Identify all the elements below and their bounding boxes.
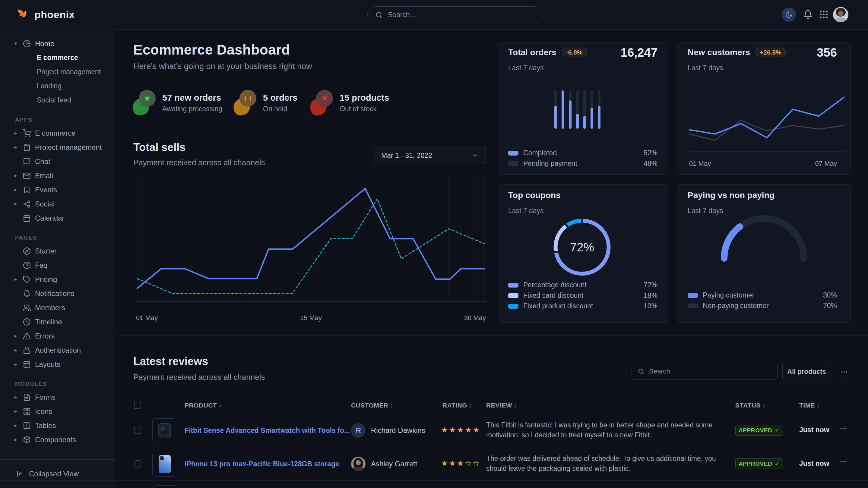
sidebar-item-project-management[interactable]: Project management (0, 65, 115, 79)
column-header-product[interactable]: PRODUCT▴▾ (185, 397, 221, 414)
axis-label: 15 May (299, 314, 323, 322)
total-sells-subtitle: Payment received across all channels (133, 158, 265, 167)
sidebar-item-home[interactable]: ▾Home (0, 36, 115, 51)
logo-text: phoenix (34, 9, 75, 21)
top-coupons-period: Last 7 days (508, 207, 544, 215)
sidebar-item-label: Social (35, 200, 55, 208)
table-row[interactable] (0, 481, 868, 488)
clipboard-icon (23, 143, 31, 151)
sidebar-item-project-management[interactable]: ▸Project management (0, 140, 115, 154)
date-range-select[interactable]: Mar 1 - 31, 2022 (374, 147, 486, 164)
sidebar-nav: ▾HomeE commerceProject managementLanding… (0, 36, 115, 447)
sidebar-item-chat[interactable]: Chat (0, 154, 115, 168)
x-icon: × (310, 90, 333, 116)
page-title: Ecommerce Dashboard (133, 42, 290, 58)
total-orders-value: 16,247 (573, 46, 657, 59)
order-bar (576, 90, 579, 129)
check-icon: ✓ (775, 427, 780, 434)
sidebar-item-timeline[interactable]: Timeline (0, 315, 115, 329)
bell-icon (803, 10, 813, 19)
caret-right-icon: ▸ (13, 201, 19, 207)
sort-icon: ▴▾ (817, 403, 819, 408)
caret-right-icon: ▸ (13, 361, 19, 367)
axis-label: 01 May (136, 314, 158, 322)
users-icon (23, 304, 31, 312)
sidebar-item-label: Email (35, 171, 53, 180)
legend-label: Fixed product discount (523, 302, 593, 310)
legend-label: Percentage discount (523, 281, 587, 289)
global-search (367, 6, 542, 23)
sidebar-item-notifications[interactable]: Notifications (0, 286, 115, 300)
paying-gauge-chart (713, 208, 815, 264)
share-icon (23, 200, 31, 208)
theme-toggle-button[interactable] (782, 7, 796, 22)
star-icon: ★ (133, 90, 156, 116)
sort-icon: ▴▾ (763, 403, 765, 408)
chevron-down-icon (472, 152, 478, 159)
sort-icon: ▴▾ (391, 403, 393, 408)
review-text: The order was delivered ahead of schedul… (486, 454, 718, 474)
column-header-time[interactable]: TIME▴▾ (799, 397, 819, 414)
sidebar-item-errors[interactable]: ▸Errors (0, 329, 115, 343)
product-link[interactable]: iPhone 13 pro max-Pacific Blue-128GB sto… (185, 460, 339, 468)
table-row[interactable]: Fitbit Sense Advanced Smartwatch with To… (0, 414, 868, 447)
select-all-checkbox[interactable] (134, 402, 141, 409)
product-link[interactable]: Fitbit Sense Advanced Smartwatch with To… (185, 426, 350, 435)
sidebar-item-layouts[interactable]: ▸Layouts (0, 357, 115, 371)
order-bar (591, 90, 593, 129)
sidebar-item-pricing[interactable]: ▸Pricing (0, 272, 115, 286)
notifications-button[interactable] (802, 9, 814, 20)
search-input[interactable] (387, 10, 534, 19)
column-header-customer[interactable]: CUSTOMER▴▾ (351, 397, 393, 414)
phoenix-logo[interactable]: phoenix (16, 0, 75, 29)
product-thumbnail-iphone (152, 452, 177, 477)
row-more-button[interactable]: ••• (840, 426, 846, 431)
legend-label: Non-paying customer (703, 302, 769, 310)
column-header-rating[interactable]: RATING▴▾ (442, 397, 471, 414)
apps-menu-button[interactable] (818, 9, 829, 20)
all-products-button[interactable]: All products (782, 363, 831, 380)
caret-right-icon: ▸ (13, 144, 19, 151)
table-row[interactable]: iPhone 13 pro max-Pacific Blue-128GB sto… (0, 447, 868, 481)
user-avatar[interactable] (833, 7, 848, 22)
sidebar-item-forms[interactable]: ▸Forms (0, 390, 115, 404)
sidebar-item-events[interactable]: ▸Events (0, 183, 115, 197)
reviews-search-input[interactable] (648, 367, 771, 376)
row-checkbox[interactable] (134, 427, 141, 434)
new-customers-period: Last 7 days (688, 64, 723, 72)
top-coupons-legend: Percentage discount72%Fixed card discoun… (508, 280, 657, 312)
new-customers-value: 356 (752, 46, 837, 59)
paying-title: Paying vs non paying (688, 191, 775, 200)
sidebar-item-faq[interactable]: Faq (0, 258, 115, 272)
rating-stars: ★★★★★ (441, 425, 481, 435)
sidebar-item-starter[interactable]: Starter (0, 244, 115, 258)
sidebar-item-email[interactable]: ▸Email (0, 168, 115, 183)
latest-reviews-title: Latest reviews (133, 355, 208, 368)
sidebar-item-label: Home (35, 39, 54, 48)
legend-value: 18% (644, 291, 657, 300)
caret-right-icon: ▸ (13, 187, 19, 193)
sidebar-item-label: Calendar (35, 214, 64, 223)
sidebar-item-calendar[interactable]: Calendar (0, 211, 115, 225)
sidebar-item-social-feed[interactable]: Social feed (0, 93, 115, 107)
reviews-table: Fitbit Sense Advanced Smartwatch with To… (0, 414, 868, 488)
sidebar-item-landing[interactable]: Landing (0, 79, 115, 93)
customer-photo-avatar (351, 457, 366, 471)
sidebar-item-e-commerce[interactable]: E commerce (0, 51, 115, 65)
column-header-review[interactable]: REVIEW▴▾ (486, 397, 516, 414)
sidebar-item-label: Faq (35, 261, 48, 269)
row-more-button[interactable]: ••• (840, 459, 846, 464)
sidebar-item-members[interactable]: Members (0, 300, 115, 315)
sidebar-item-authentication[interactable]: ▸Authentication (0, 343, 115, 357)
app-window: phoenix ▾HomeE commerceProject managemen… (0, 0, 868, 488)
sidebar-item-social[interactable]: ▸Social (0, 197, 115, 211)
column-header-status[interactable]: STATUS▴▾ (735, 397, 765, 414)
legend-value: 72% (644, 281, 657, 289)
sidebar-item-e-commerce[interactable]: ▸E commerce (0, 126, 115, 140)
legend-label: Pending payment (523, 159, 577, 168)
lock-icon (23, 346, 31, 354)
order-bar (569, 90, 571, 129)
reviews-more-button[interactable]: ••• (835, 363, 854, 380)
row-checkbox[interactable] (134, 460, 141, 467)
pause-icon (234, 90, 256, 116)
